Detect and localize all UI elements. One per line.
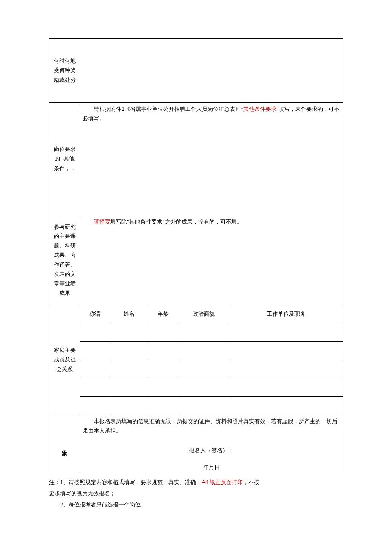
label-other-conditions: 岗位要求的 "其他条件，， — [49, 103, 80, 215]
signature-line: 报名人（签名）： — [83, 446, 340, 455]
application-form-table: 何时何地受何种奖励或处分 岗位要求的 "其他条件，， 请根据附件1《省属事业单位… — [49, 38, 343, 474]
family-header-age: 年龄 — [148, 305, 178, 323]
family-header-name: 姓名 — [110, 305, 148, 323]
family-header-workunit: 工作单位及职务 — [229, 305, 343, 323]
note-1-line-1: 注：1、请按照规定内容和格式填写，要求规范、真实、准确，A4 纸正反面打印，不按 — [49, 477, 343, 488]
label-awards: 何时何地受何种奖励或处分 — [49, 39, 80, 103]
instr-research: 请择要填写除"其他条件要求"之外的成果，没有的，可不填。 — [83, 217, 340, 227]
family-row[interactable] — [49, 342, 343, 360]
cell-declaration[interactable]: 本报名表所填写的信息准确无误，所提交的证件、资料和照片真实有效，若有虚假，所产生… — [80, 415, 343, 474]
family-row[interactable] — [49, 378, 343, 397]
label-research: 参与研究的主要课题、科研成果、著作译著、发表的文章等业绩成果 — [49, 215, 80, 305]
cell-research-content[interactable]: 请择要填写除"其他条件要求"之外的成果，没有的，可不填。 — [80, 215, 343, 305]
cell-awards-content[interactable] — [80, 39, 343, 103]
instr-other-conditions: 请根据附件1《省属事业单位公开招聘工作人员岗位汇总表》"其他条件要求"填写，未作… — [83, 105, 340, 123]
label-declaration: 本人承诺 — [49, 415, 80, 474]
family-row[interactable] — [49, 323, 343, 342]
family-row[interactable] — [49, 360, 343, 378]
footer-notes: 注：1、请按照规定内容和格式填写，要求规范、真实、准确，A4 纸正反面打印，不按… — [49, 477, 343, 510]
family-header-politics: 政治面貌 — [178, 305, 229, 323]
document-page: 何时何地受何种奖励或处分 岗位要求的 "其他条件，， 请根据附件1《省属事业单位… — [0, 0, 392, 544]
date-line: 年月日 — [83, 463, 340, 472]
declaration-text: 本报名表所填写的信息准确无误，所提交的证件、资料和照片真实有效，若有虚假，所产生… — [83, 417, 340, 436]
cell-other-conditions-content[interactable]: 请根据附件1《省属事业单位公开招聘工作人员岗位汇总表》"其他条件要求"填写，未作… — [80, 103, 343, 215]
note-2: 2、每位报考者只能选报一个岗位。 — [49, 499, 343, 510]
note-1-line-2: 要求填写的视为无效报名； — [49, 488, 343, 499]
family-header-relation: 称谓 — [80, 305, 110, 323]
label-family: 家庭主要成员及社会关系 — [49, 305, 80, 415]
family-row[interactable] — [49, 397, 343, 415]
